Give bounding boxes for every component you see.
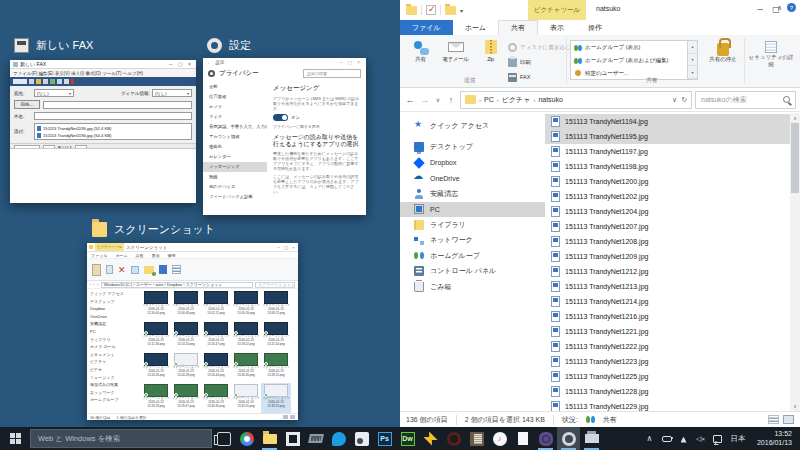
file-row[interactable]: 151113 TrandyNet1216.jpg bbox=[545, 309, 790, 324]
file-row[interactable]: 151113 TrandyNet1225.jpg bbox=[545, 369, 790, 384]
settings-search-input[interactable]: 設定の検索 bbox=[303, 69, 361, 78]
screenshot-thumbnail[interactable]: スクリーンショット 2016-01-13 13.24.26.png bbox=[141, 352, 171, 382]
screenshot-thumbnail[interactable]: スクリーンショット 2016-01-13 13.29.47.png bbox=[171, 383, 201, 413]
taskbar-app-icon[interactable] bbox=[350, 427, 373, 450]
ribbon-tab[interactable]: 管理 bbox=[164, 253, 180, 258]
file-row[interactable]: 151113 TrandyNet1228.jpg bbox=[545, 384, 790, 399]
back-arrow-icon[interactable]: ‹ bbox=[90, 282, 91, 287]
file-row[interactable]: 151113 TrandyNet1223.jpg bbox=[545, 354, 790, 369]
ribbon-tab[interactable]: ホーム bbox=[453, 20, 498, 35]
toolbar-icon[interactable] bbox=[71, 79, 74, 84]
sidebar-item[interactable]: ビデオ bbox=[90, 366, 139, 374]
forward-arrow-icon[interactable]: › bbox=[93, 282, 94, 287]
fax-message-body[interactable] bbox=[10, 148, 196, 203]
sidebar-item[interactable]: Dropbox bbox=[400, 155, 545, 171]
sidebar-item[interactable]: 安藏清志 bbox=[400, 186, 545, 202]
share-list-scroll[interactable]: ▴▾▾ bbox=[688, 40, 698, 80]
screenshot-thumbnail[interactable]: スクリーンショット 2016-01-13 13.13.20.png bbox=[171, 321, 201, 351]
ime-language-indicator[interactable]: 日本 bbox=[726, 427, 750, 450]
screenshot-thumbnail[interactable]: スクリーンショット 2016-01-13 13.33.20.png bbox=[261, 383, 291, 413]
file-row[interactable]: 151113 TrandyNet1221.jpg bbox=[545, 324, 790, 339]
sidebar-item[interactable]: Dropbox bbox=[90, 305, 139, 313]
taskbar-app-icon[interactable] bbox=[419, 427, 442, 450]
send-button-icon[interactable] bbox=[13, 79, 27, 84]
breadcrumb[interactable]: natsuko bbox=[538, 96, 563, 103]
fax-window-controls[interactable]: ─ ▢ × bbox=[169, 61, 193, 67]
list-view-icon[interactable] bbox=[283, 415, 288, 419]
settings-nav-item[interactable]: メッセージング bbox=[203, 162, 267, 172]
breadcrumb[interactable]: ピクチャ bbox=[502, 95, 531, 105]
file-row[interactable]: 151113 TrandyNet1213.jpg bbox=[545, 279, 790, 294]
screenshot-thumbnail[interactable]: スクリーンショット 2016-01-13 13.30.30.png bbox=[201, 383, 231, 413]
sidebar-item[interactable]: PC bbox=[400, 202, 545, 218]
ribbon-tab[interactable]: ホーム bbox=[111, 253, 131, 258]
taskbar-app-icon[interactable] bbox=[580, 427, 603, 450]
sidebar-item[interactable]: ミュージック bbox=[90, 374, 139, 382]
sidebar-item[interactable]: OneDrive bbox=[90, 313, 139, 321]
taskbar-app-icon[interactable] bbox=[557, 427, 580, 450]
taskbar-app-icon[interactable] bbox=[235, 427, 258, 450]
help-icon[interactable]: ? bbox=[787, 3, 796, 12]
sidebar-item[interactable]: ごみ箱 bbox=[400, 279, 545, 295]
settings-window-controls[interactable]: ─ ▢ × bbox=[339, 60, 362, 65]
file-row[interactable]: 151113 TrandyNet1214.jpg bbox=[545, 294, 790, 309]
taskbar-app-icon[interactable]: Ps bbox=[373, 427, 396, 450]
file-row[interactable]: 151113 TrandyNet1204.jpg bbox=[545, 204, 790, 219]
file-row[interactable]: 151113 TrandyNet1208.jpg bbox=[545, 234, 790, 249]
toolbar-icon[interactable] bbox=[50, 79, 55, 84]
screenshot-thumbnail[interactable]: スクリーンショット 2016-01-13 13.16.47.png bbox=[201, 321, 231, 351]
burn-to-disc-button[interactable]: ディスクに書き込む bbox=[508, 40, 564, 54]
fax-to-combo[interactable]: (なし)▾ bbox=[34, 89, 74, 97]
action-center-icon[interactable] bbox=[709, 427, 726, 450]
fax-subject-input[interactable] bbox=[34, 112, 192, 120]
sidebar-item[interactable]: ホームグループ bbox=[90, 396, 139, 404]
fax-to-input[interactable] bbox=[43, 101, 192, 109]
screenshot-thumbnail[interactable]: スクリーンショット 2016-01-13 13.28.15.png bbox=[261, 352, 291, 382]
thumbnail-view-icon[interactable] bbox=[783, 415, 794, 424]
file-row[interactable]: 151113 TrandyNet1222.jpg bbox=[545, 339, 790, 354]
forward-arrow-icon[interactable]: → bbox=[419, 95, 431, 105]
screenshot-thumbnail[interactable]: スクリーンショット 2016-01-13 13.02.11.png bbox=[201, 290, 231, 320]
sidebar-item[interactable]: 安藏清志 bbox=[90, 320, 139, 328]
sidebar-item[interactable]: PC bbox=[90, 328, 139, 336]
settings-nav-item[interactable]: 全般 bbox=[203, 82, 267, 92]
select-icon[interactable] bbox=[172, 265, 181, 274]
ribbon-tab[interactable]: 表示 bbox=[538, 20, 576, 35]
details-view-icon[interactable] bbox=[768, 415, 779, 424]
fax-attachment-list[interactable]: 151113 TrandyNet1195.jpg (52.4 KB) 15111… bbox=[34, 123, 192, 140]
scroll-down-icon[interactable]: ∨ bbox=[793, 401, 797, 411]
sidebar-item[interactable]: デスクトップ bbox=[90, 298, 139, 306]
refresh-icon[interactable]: ↻ bbox=[681, 96, 687, 104]
file-row[interactable]: 151113 TrandyNet1212.jpg bbox=[545, 264, 790, 279]
new-folder-icon[interactable] bbox=[144, 266, 154, 274]
privacy-statement-link[interactable]: プライバシーに関する声明 bbox=[273, 124, 361, 129]
settings-nav-item[interactable]: マイク bbox=[203, 112, 267, 122]
sidebar-item[interactable]: デスクトップ bbox=[400, 140, 545, 156]
settings-nav-item[interactable]: 他のデバイス bbox=[203, 182, 267, 192]
quick-access-toolbar[interactable]: ▾ bbox=[406, 5, 463, 15]
print-button[interactable]: 印刷 bbox=[508, 55, 564, 69]
settings-nav-item[interactable]: フィードバックと診断 bbox=[203, 192, 267, 202]
minimize-button[interactable]: ─ bbox=[752, 0, 768, 18]
ribbon-tab[interactable]: 共有 bbox=[498, 20, 538, 35]
address-bar[interactable]: › PC › ピクチャ › natsuko ∨ ↻ bbox=[460, 91, 692, 109]
screenshot-thumbnail[interactable]: スクリーンショット 2016-01-13 13.24.28.png bbox=[171, 352, 201, 382]
screenshots-ribbon-tabs[interactable]: ファイルホーム共有表示管理 bbox=[87, 252, 298, 259]
taskbar-app-icon[interactable] bbox=[258, 427, 281, 450]
toolbar-icon[interactable] bbox=[64, 79, 69, 84]
sidebar-item[interactable]: カメラ ロール bbox=[90, 343, 139, 351]
screenshots-ribbon[interactable]: ✕ bbox=[87, 259, 298, 281]
fax-dial-combo[interactable]: (なし)▾ bbox=[152, 89, 192, 97]
back-arrow-icon[interactable]: ← bbox=[207, 60, 212, 65]
paste-icon[interactable] bbox=[92, 264, 101, 276]
taskbar-app-icon[interactable] bbox=[465, 427, 488, 450]
fax-menubar[interactable]: ファイル(F) 編集(E) 表示(V) 挿入(I) 書式(O) ツール(T) ヘ… bbox=[10, 69, 196, 77]
minimize-ribbon-icon[interactable]: ∧ bbox=[777, 4, 782, 12]
screenshot-thumbnail[interactable]: スクリーンショット 2016-01-13 13.05.26.png bbox=[231, 290, 261, 320]
file-row[interactable]: 151113 TrandyNet1202.jpg bbox=[545, 189, 790, 204]
sidebar-item[interactable]: OneDrive bbox=[400, 171, 545, 187]
rename-icon[interactable] bbox=[131, 266, 139, 274]
delete-icon[interactable]: ✕ bbox=[118, 265, 126, 275]
properties-icon[interactable] bbox=[426, 5, 436, 15]
settings-nav-item[interactable]: カメラ bbox=[203, 102, 267, 112]
